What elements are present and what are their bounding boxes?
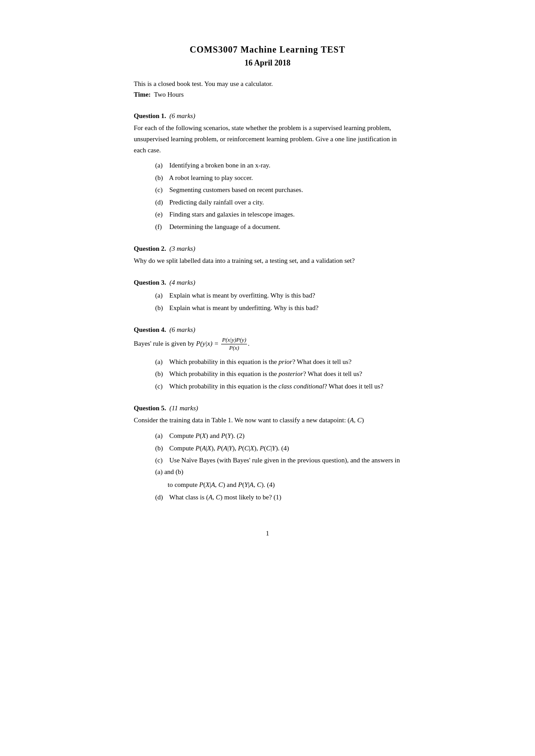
list-item: (a) Which probability in this equation i… [155, 356, 401, 368]
list-item: (c) Use Naïve Bayes (with Bayes' rule gi… [155, 455, 401, 478]
list-item: (a) Compute P(X) and P(Y). (2) [155, 430, 401, 442]
question-3-list: (a) Explain what is meant by overfitting… [155, 290, 401, 314]
question-2-title: Question 2. (3 marks) [134, 245, 401, 253]
list-item: (d) What class is (A, C) most likely to … [155, 492, 401, 503]
question-5-marks: (11 marks) [169, 405, 198, 412]
question-3: Question 3. (4 marks) (a) Explain what i… [134, 279, 401, 314]
list-item: (c) Segmenting customers based on recent… [155, 184, 401, 196]
question-1: Question 1. (6 marks) For each of the fo… [134, 112, 401, 233]
question-5-list: (a) Compute P(X) and P(Y). (2) (b) Compu… [155, 430, 401, 503]
question-4: Question 4. (6 marks) Bayes' rule is giv… [134, 326, 401, 392]
time-value: Two Hours [154, 91, 184, 98]
question-2-marks: (3 marks) [169, 245, 195, 252]
list-item: (b) Explain what is meant by underfittin… [155, 302, 401, 314]
question-2-body: Why do we split labelled data into a tra… [134, 255, 401, 266]
list-item: (e) Finding stars and galaxies in telesc… [155, 209, 401, 221]
bayes-formula: P(y|x) = P(x|y)P(y) P(x) . [196, 336, 250, 352]
question-5: Question 5. (11 marks) Consider the trai… [134, 405, 401, 503]
list-item: to compute P(X|A, C) and P(Y|A, C). (4) [155, 479, 401, 491]
list-item: (b) Compute P(A|X), P(A|Y), P(C|X), P(C|… [155, 443, 401, 454]
list-item: (b) Which probability in this equation i… [155, 368, 401, 380]
question-1-title: Question 1. (6 marks) [134, 112, 401, 120]
intro-line1: This is a closed book test. You may use … [134, 78, 401, 89]
question-2: Question 2. (3 marks) Why do we split la… [134, 245, 401, 266]
question-1-list: (a) Identifying a broken bone in an x-ra… [155, 160, 401, 233]
question-1-body: For each of the following scenarios, sta… [134, 123, 401, 155]
question-4-list: (a) Which probability in this equation i… [155, 356, 401, 392]
question-3-marks: (4 marks) [169, 279, 195, 286]
list-item: (c) Which probability in this equation i… [155, 381, 401, 392]
question-3-title: Question 3. (4 marks) [134, 279, 401, 286]
intro-time: Time: Two Hours [134, 89, 401, 100]
question-4-title: Question 4. (6 marks) [134, 326, 401, 334]
page-title: COMS3007 Machine Learning TEST [134, 45, 401, 55]
question-5-body: Consider the training data in Table 1. W… [134, 415, 401, 426]
list-item: (d) Predicting daily rainfall over a cit… [155, 197, 401, 208]
list-item: (a) Explain what is meant by overfitting… [155, 290, 401, 302]
question-5-title: Question 5. (11 marks) [134, 405, 401, 412]
list-item: (f) Determining the language of a docume… [155, 221, 401, 233]
question-1-marks: (6 marks) [169, 112, 195, 119]
time-label: Time: [134, 91, 151, 98]
page-date: 16 April 2018 [134, 58, 401, 68]
page-number: 1 [134, 530, 401, 537]
intro-block: This is a closed book test. You may use … [134, 78, 401, 100]
header: COMS3007 Machine Learning TEST 16 April … [134, 45, 401, 68]
question-4-marks: (6 marks) [169, 326, 195, 333]
bayes-fraction: P(x|y)P(y) P(x) [221, 336, 247, 352]
list-item: (b) A robot learning to play soccer. [155, 172, 401, 184]
page: COMS3007 Machine Learning TEST 16 April … [98, 18, 437, 756]
question-4-body: Bayes' rule is given by P(y|x) = P(x|y)P… [134, 336, 401, 352]
list-item: (a) Identifying a broken bone in an x-ra… [155, 160, 401, 172]
